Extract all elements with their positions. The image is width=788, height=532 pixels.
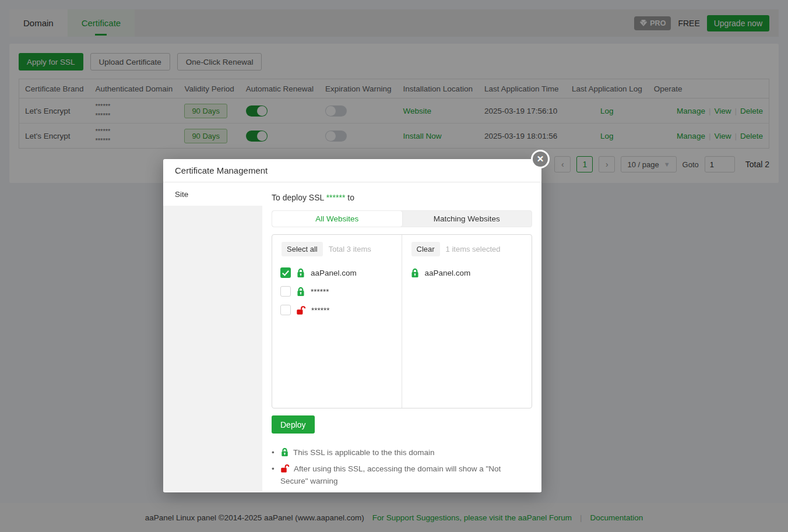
clear-button[interactable]: Clear xyxy=(411,242,440,256)
source-panel: Select all Total 3 items aaPanel.com xyxy=(272,235,402,408)
website-filter-tabs: All Websites Matching Websites xyxy=(272,210,532,227)
checkbox-checked[interactable] xyxy=(280,267,291,278)
site-name: aaPanel.com xyxy=(311,269,357,277)
lock-open-icon xyxy=(296,305,306,315)
lock-open-icon xyxy=(280,464,290,473)
modal-title: Certificate Management xyxy=(163,159,541,182)
list-item[interactable]: ****** xyxy=(272,282,402,301)
modal-sidebar: Site xyxy=(163,182,262,492)
note-applicable: This SSL is applicable to the this domai… xyxy=(272,446,528,459)
website-transfer-list: Select all Total 3 items aaPanel.com xyxy=(272,234,532,408)
target-panel-header: Clear 1 items selected xyxy=(402,242,532,256)
list-item[interactable]: aaPanel.com xyxy=(272,263,402,282)
select-all-button[interactable]: Select all xyxy=(282,242,323,256)
checkbox-unchecked[interactable] xyxy=(280,286,291,297)
sidebar-item-site[interactable]: Site xyxy=(163,182,262,206)
target-summary: 1 items selected xyxy=(446,245,501,253)
source-panel-header: Select all Total 3 items xyxy=(272,242,402,256)
deploy-ssl-line: To deploy SSL ****** to xyxy=(272,193,532,202)
site-name: aaPanel.com xyxy=(425,269,471,277)
site-name: ****** xyxy=(311,306,330,315)
lock-closed-icon xyxy=(296,268,305,278)
lock-closed-icon xyxy=(296,287,305,297)
note-text: This SSL is applicable to the this domai… xyxy=(293,448,435,457)
close-icon[interactable]: ✕ xyxy=(531,150,550,168)
deploy-button[interactable]: Deploy xyxy=(272,415,315,434)
certificate-management-modal: ✕ Certificate Management Site To deploy … xyxy=(163,159,541,492)
note-not-secure: After using this SSL, accessing the doma… xyxy=(272,463,528,487)
source-summary: Total 3 items xyxy=(329,245,371,253)
tab-matching-websites[interactable]: Matching Websites xyxy=(402,211,532,227)
tab-all-websites[interactable]: All Websites xyxy=(272,211,402,227)
lock-closed-icon xyxy=(280,448,289,457)
deploy-line-suffix: to xyxy=(345,193,354,202)
deploy-line-prefix: To deploy SSL xyxy=(272,193,326,202)
site-name: ****** xyxy=(311,287,329,296)
modal-content: To deploy SSL ****** to All Websites Mat… xyxy=(262,182,541,492)
cert-name-stars: ****** xyxy=(326,193,346,202)
target-panel: Clear 1 items selected aaPanel.com xyxy=(402,235,532,408)
note-text: After using this SSL, accessing the doma… xyxy=(280,464,501,485)
list-item[interactable]: aaPanel.com xyxy=(402,263,532,282)
modal-body: Site To deploy SSL ****** to All Website… xyxy=(163,182,541,492)
list-item[interactable]: ****** xyxy=(272,301,402,319)
lock-closed-icon xyxy=(410,268,420,278)
checkbox-unchecked[interactable] xyxy=(280,305,291,315)
